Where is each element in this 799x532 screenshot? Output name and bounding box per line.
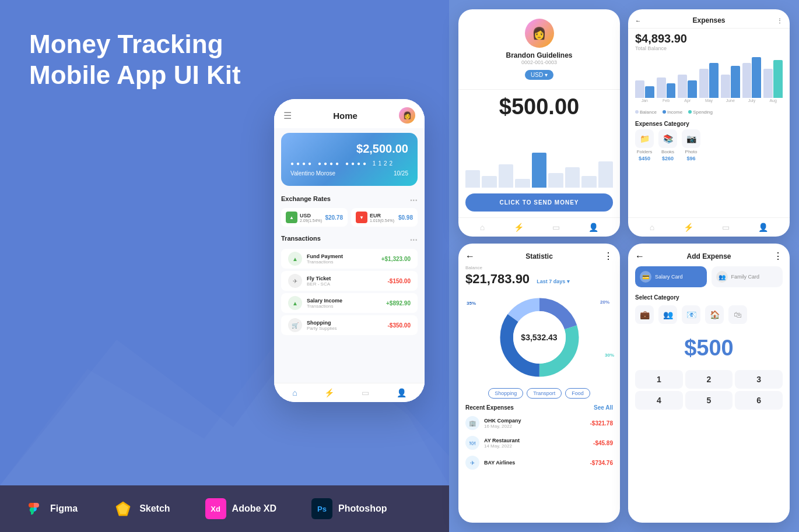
add-more-icon[interactable]: ⋮ — [773, 251, 783, 262]
ay-icon: 🍽 — [465, 436, 479, 450]
send-nav-card[interactable]: ▭ — [552, 223, 560, 232]
bay-amount: -$734.76 — [590, 460, 613, 466]
segment-30-label: 30% — [605, 353, 614, 358]
more-icon[interactable]: ··· — [410, 195, 418, 206]
cat-photo: 📷 Photo $96 — [682, 129, 700, 161]
exchange-section: Exchange Rates ··· — [274, 191, 425, 208]
ps-label: Photoshop — [338, 503, 387, 514]
user-avatar: 👩 — [399, 107, 415, 124]
send-profile: 👩 Brandon Guidelines 0002-001-0003 USD ▾ — [458, 9, 620, 90]
usd-exchange: ▲ USD 2.09(1.54%) $20.78 — [281, 208, 348, 227]
key-2[interactable]: 2 — [685, 370, 733, 389]
tx-more-icon[interactable]: ··· — [410, 235, 418, 245]
tx-shop-amount: -$350.00 — [388, 322, 411, 329]
cat-icon-4[interactable]: 🏠 — [705, 305, 724, 324]
sketch-label: Sketch — [139, 503, 170, 514]
cat-icon-1[interactable]: 💼 — [635, 305, 654, 324]
eur-label: EUR — [370, 213, 394, 219]
phone-header: ☰ Home 👩 — [274, 99, 425, 128]
key-3[interactable]: 3 — [735, 370, 783, 389]
bay-icon: ✈ — [465, 456, 479, 470]
xd-icon: Xd — [205, 498, 226, 519]
bottom-nav: ⌂ ⚡ ▭ 👤 — [274, 383, 425, 402]
tx-shop-name: Shopping — [307, 320, 388, 326]
currency-badge[interactable]: USD ▾ — [525, 70, 553, 80]
donut-chart: $3,532.43 20% 30% 35% — [458, 289, 620, 386]
send-amount: $500.00 — [458, 90, 620, 124]
bottom-row: ← Statistic ⋮ Balance $21,783.90 Last 7 … — [458, 244, 790, 523]
see-all-link[interactable]: See All — [594, 404, 613, 411]
recent-title: Recent Expenses See All — [458, 401, 620, 413]
cat-icon-2[interactable]: 👥 — [658, 305, 677, 324]
eur-change: 1.019(0.54%) — [370, 219, 394, 223]
exp-more-icon[interactable]: ⋮ — [777, 17, 783, 24]
tx-fly-amount: -$150.00 — [388, 278, 411, 284]
cat-icon-3[interactable]: 📧 — [682, 305, 700, 324]
home-title: Home — [333, 111, 358, 121]
recent-ay: 🍽 AY Restaurant 14 May, 2022 -$45.89 — [458, 433, 620, 453]
family-card-icon: 👥 — [716, 271, 728, 283]
folders-icon: 📁 — [635, 129, 654, 148]
profile-name: Brandon Guidelines — [465, 51, 613, 59]
ohk-icon: 🏢 — [465, 416, 479, 430]
usd-icon: ▲ — [286, 212, 297, 223]
stat-more-icon[interactable]: ⋮ — [604, 251, 613, 262]
key-6[interactable]: 6 — [735, 391, 783, 410]
stat-period[interactable]: Last 7 days ▾ — [537, 279, 570, 284]
ohk-amount: -$321.78 — [590, 420, 613, 427]
exp-nav: ⌂ ⚡ ▭ 👤 — [628, 217, 790, 237]
profile-avatar: 👩 — [525, 19, 554, 48]
ohk-date: 16 May, 2022 — [484, 424, 590, 429]
sketch-icon — [113, 498, 134, 519]
card-name: Valentino Morose — [290, 170, 335, 177]
exp-nav-profile[interactable]: 👤 — [758, 223, 768, 232]
tx-fund-sub: Transactions — [307, 259, 381, 265]
tag-transport[interactable]: Transport — [527, 388, 562, 399]
exp-categories: 📁 Folders $450 📚 Books $260 📷 Photo $96 — [628, 129, 790, 161]
send-nav-activity[interactable]: ⚡ — [514, 223, 524, 232]
hamburger-icon[interactable]: ☰ — [283, 110, 292, 121]
stat-balance: $21,783.90 Last 7 days ▾ — [458, 270, 620, 289]
recent-ohk: 🏢 OHK Company 16 May, 2022 -$321.78 — [458, 413, 620, 433]
usd-change: 2.09(1.54%) — [300, 219, 322, 223]
send-nav: ⌂ ⚡ ▭ 👤 — [458, 217, 620, 237]
segment-35-label: 35% — [467, 301, 476, 306]
phone-main: ☰ Home 👩 $2,500.00 ●●●● ●●●● ●●●● 1122 V… — [274, 99, 425, 402]
exp-nav-home[interactable]: ⌂ — [650, 223, 654, 232]
stat-title: Statistic — [525, 252, 553, 260]
tx-shop-icon: 🛒 — [288, 318, 302, 332]
card-footer: Valentino Morose 10/25 — [290, 170, 408, 177]
exp-nav-activity[interactable]: ⚡ — [684, 223, 693, 232]
mini-chart — [458, 124, 620, 188]
tag-shopping[interactable]: Shopping — [488, 388, 523, 399]
send-button[interactable]: CLICK TO SEND MONEY — [465, 193, 613, 212]
phone-add: ← Add Expense ⋮ 💳 Salary Card 👥 Family C… — [628, 244, 790, 523]
exp-header: ← Expenses ⋮ — [628, 9, 790, 29]
exp-back-icon[interactable]: ← — [635, 17, 641, 24]
nav-activity-icon[interactable]: ⚡ — [324, 388, 334, 397]
add-back-icon[interactable]: ← — [635, 251, 644, 262]
key-1[interactable]: 1 — [635, 370, 683, 389]
recent-bay: ✈ BAY Airlines -$734.76 — [458, 453, 620, 473]
tx-salary-sub: Transactions — [307, 304, 386, 309]
cat-icon-5[interactable]: 🛍 — [728, 305, 747, 324]
exp-nav-card[interactable]: ▭ — [722, 223, 730, 232]
exp-legend: Balance Income Spending — [628, 107, 790, 117]
right-area: 👩 Brandon Guidelines 0002-001-0003 USD ▾… — [449, 0, 799, 532]
nav-profile-icon[interactable]: 👤 — [397, 388, 406, 397]
family-card-option[interactable]: 👥 Family Card — [712, 266, 783, 287]
nav-home-icon[interactable]: ⌂ — [292, 388, 297, 397]
stat-header: ← Statistic ⋮ — [458, 244, 620, 265]
key-5[interactable]: 5 — [685, 391, 733, 410]
figma-tool: Figma — [23, 498, 78, 519]
stat-back-icon[interactable]: ← — [465, 251, 475, 262]
tag-food[interactable]: Food — [565, 388, 590, 399]
nav-card-icon[interactable]: ▭ — [362, 388, 369, 397]
cat-books-name: Books — [661, 149, 674, 154]
salary-card-option[interactable]: 💳 Salary Card — [635, 266, 707, 287]
figma-label: Figma — [50, 503, 78, 514]
send-nav-profile[interactable]: 👤 — [588, 223, 598, 232]
segment-20-label: 20% — [600, 300, 609, 305]
key-4[interactable]: 4 — [635, 391, 683, 410]
send-nav-home[interactable]: ⌂ — [480, 223, 485, 232]
